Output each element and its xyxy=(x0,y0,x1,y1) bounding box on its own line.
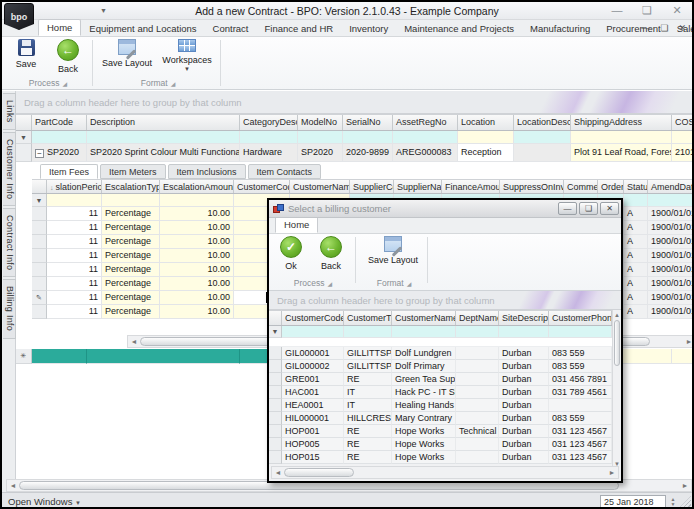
column-header-comment[interactable]: Comment xyxy=(564,180,598,193)
side-tab-customer-info[interactable]: Customer Info xyxy=(3,132,16,206)
cell-customerphonenumbe[interactable]: 031 123 4567 xyxy=(549,451,612,464)
filter-cell-partcode[interactable] xyxy=(32,131,87,144)
sub-cell-status[interactable]: A xyxy=(624,305,648,319)
sub-cell-status[interactable]: A xyxy=(624,235,648,249)
sub-cell-amenddate[interactable]: 1900/01/01 xyxy=(648,207,694,221)
ribbon-tab-equipment-and-locations[interactable]: Equipment and Locations xyxy=(81,21,204,36)
sub-cell-amenddate[interactable]: 1900/01/01 xyxy=(648,277,694,291)
mdi-minimize-button[interactable]: — xyxy=(641,23,650,33)
column-header-shippingaddress[interactable]: ShippingAddress xyxy=(571,115,672,130)
new-row-cell-cosa[interactable] xyxy=(672,349,694,364)
scroll-right-icon[interactable]: ► xyxy=(679,482,691,489)
cell-customername[interactable]: Dolf Primary xyxy=(392,360,456,373)
column-header-description[interactable]: Description xyxy=(87,115,240,130)
column-header-customertype[interactable]: CustomerType xyxy=(344,311,392,325)
cell-customerphonenumbe[interactable]: 031 789 4561 xyxy=(549,386,612,399)
column-header-assetregno[interactable]: AssetRegNo xyxy=(393,115,458,130)
data-cell-modelno[interactable]: SP2020 xyxy=(298,144,343,162)
dialog-close-button[interactable]: ✕ xyxy=(600,202,619,215)
cell-customercode[interactable]: HOP005 xyxy=(282,438,344,451)
filter-cell-customerphonenumbe[interactable] xyxy=(549,326,612,338)
cell-customername[interactable]: Hope Works xyxy=(392,425,456,438)
customer-row[interactable]: HOP001REHope WorksTechnicalDurban031 123… xyxy=(269,425,621,438)
cell-customercode[interactable]: HOP015 xyxy=(282,451,344,464)
cell-customercode[interactable]: GIL000002 xyxy=(282,360,344,373)
cell-customerphonenumbe[interactable]: 083 559 xyxy=(549,347,612,360)
sub-cell-amenddate[interactable]: 1900/01/01 xyxy=(648,263,694,277)
column-header-status[interactable]: Status xyxy=(624,180,648,193)
sub-cell-slationperiod[interactable]: 11 xyxy=(47,277,102,291)
sub-cell-amenddate[interactable]: 1900/01/01 xyxy=(648,249,694,263)
column-header-partcode[interactable]: PartCode xyxy=(32,115,87,130)
date-field[interactable]: 25 Jan 2018 xyxy=(600,495,666,508)
sub-cell-slationperiod[interactable]: 11 xyxy=(47,221,102,235)
data-cell-location[interactable]: Reception xyxy=(458,144,514,162)
filter-cell-escalationamount[interactable] xyxy=(160,194,234,207)
mdi-close-button[interactable]: ✕ xyxy=(678,23,686,33)
side-tab-contract-info[interactable]: Contract Info xyxy=(3,208,16,277)
maximize-button[interactable]: ❏ xyxy=(640,4,654,17)
cell-customername[interactable]: Hack PC - IT Shop xyxy=(392,386,456,399)
minimize-button[interactable]: — xyxy=(610,4,624,17)
column-header-serialno[interactable]: SerialNo xyxy=(343,115,393,130)
scroll-left-icon[interactable]: ◄ xyxy=(7,482,19,489)
ribbon-tab-home[interactable]: Home xyxy=(38,19,81,36)
sub-cell-slationperiod[interactable]: 11 xyxy=(47,263,102,277)
cell-deptname[interactable] xyxy=(456,438,499,451)
cell-customername[interactable]: Hope Works xyxy=(392,451,456,464)
open-windows-button[interactable]: Open Windows ▼ xyxy=(8,496,81,507)
column-header-sitedescription[interactable]: SiteDescription xyxy=(499,311,549,325)
scroll-thumb[interactable] xyxy=(284,468,354,477)
column-header-suppliercode[interactable]: SupplierCode xyxy=(350,180,394,193)
ribbon-tab-manufacturing[interactable]: Manufacturing xyxy=(522,21,598,36)
sub-cell-escalationtype[interactable]: Percentage xyxy=(102,249,160,263)
cell-customername[interactable]: Green Tea Supp... xyxy=(392,373,456,386)
sub-cell-status[interactable]: A xyxy=(624,249,648,263)
sub-cell-status[interactable]: A xyxy=(624,263,648,277)
sub-cell-status[interactable]: A xyxy=(624,221,648,235)
sub-cell-status[interactable]: A xyxy=(624,291,648,305)
date-spinner[interactable]: ▲▼ xyxy=(668,495,678,508)
column-header-financeamount[interactable]: FinanceAmount xyxy=(442,180,500,193)
close-button[interactable]: ✕ xyxy=(670,4,684,17)
column-header-suppliername[interactable]: SupplierName xyxy=(394,180,442,193)
cell-customertype[interactable]: IT xyxy=(344,386,392,399)
save-layout-button[interactable]: Save Layout xyxy=(98,39,156,77)
dialog-save-layout-button[interactable]: Save Layout xyxy=(363,236,423,274)
filter-cell-assetregno[interactable] xyxy=(393,131,458,144)
sub-cell-status[interactable]: A xyxy=(624,207,648,221)
dialog-group-panel[interactable]: Drag a column header here to group by th… xyxy=(269,291,621,310)
cell-customertype[interactable]: RE xyxy=(344,425,392,438)
cell-customerphonenumbe[interactable]: 031 123 4567 xyxy=(549,425,612,438)
sub-cell-escalationtype[interactable]: Percentage xyxy=(102,263,160,277)
column-header-locationdesc[interactable]: LocationDesc xyxy=(514,115,571,130)
filter-cell-description[interactable] xyxy=(87,131,240,144)
ribbon-tab-maintenance-and-projects[interactable]: Maintenance and Projects xyxy=(396,21,522,36)
filter-cell-locationdesc[interactable] xyxy=(514,131,571,144)
ok-button[interactable]: ✓ Ok xyxy=(273,236,309,274)
scroll-left-icon[interactable]: ◄ xyxy=(272,469,284,476)
ribbon-tab-finance-and-hr[interactable]: Finance and HR xyxy=(256,21,341,36)
customer-row[interactable]: GIL000001GILLITTSPADolf LundgrenDurban08… xyxy=(269,347,621,360)
sub-cell-escalationamount[interactable]: 10.00 xyxy=(160,235,234,249)
sub-cell-status[interactable]: A xyxy=(624,277,648,291)
cell-customertype[interactable]: GILLITTSPA xyxy=(344,347,392,360)
column-header-suppressoninvoice[interactable]: SuppressOnInvoice xyxy=(500,180,564,193)
detail-tab-item-fees[interactable]: Item Fees xyxy=(40,164,98,179)
dialog-minimize-button[interactable]: — xyxy=(558,202,577,215)
column-header-modelno[interactable]: ModelNo xyxy=(298,115,343,130)
cell-sitedescription[interactable]: Durban xyxy=(499,425,549,438)
process-launcher-icon[interactable]: ◢ xyxy=(328,281,333,287)
sub-cell-escalationamount[interactable]: 10.00 xyxy=(160,221,234,235)
detail-tab-item-contacts[interactable]: Item Contacts xyxy=(248,164,322,179)
back-button[interactable]: ← Back xyxy=(46,39,90,77)
sub-cell-escalationamount[interactable]: 10.00 xyxy=(160,305,234,319)
cell-customername[interactable]: Dolf Lundgren xyxy=(392,347,456,360)
cell-customercode[interactable]: HAC001 xyxy=(282,386,344,399)
cell-sitedescription[interactable]: Durban xyxy=(499,438,549,451)
cell-sitedescription[interactable]: Durban xyxy=(499,386,549,399)
data-cell-locationdesc[interactable] xyxy=(514,144,571,162)
filter-cell-shippingaddress[interactable] xyxy=(571,131,672,144)
filter-cell-location[interactable] xyxy=(458,131,514,144)
cell-customertype[interactable]: IT xyxy=(344,399,392,412)
